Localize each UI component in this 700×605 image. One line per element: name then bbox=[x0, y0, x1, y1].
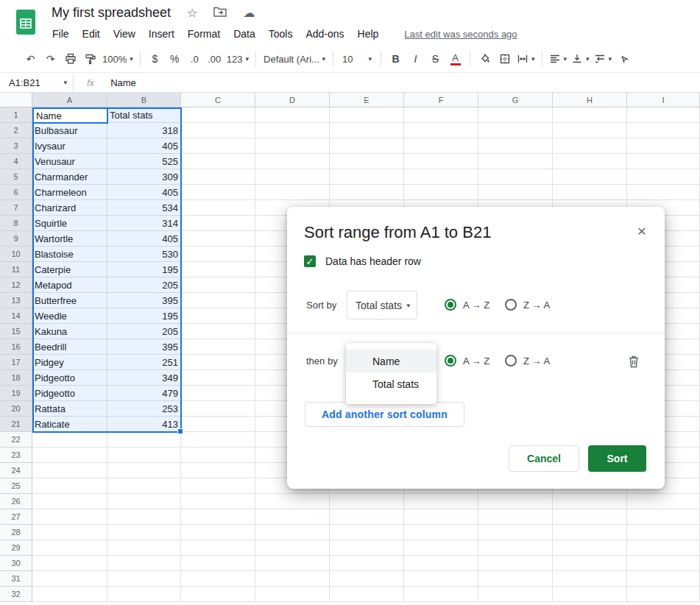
active-cell[interactable]: Name bbox=[32, 107, 108, 124]
cell-B25[interactable] bbox=[107, 478, 181, 494]
cell-I27[interactable] bbox=[627, 509, 700, 525]
cell-G3[interactable] bbox=[478, 138, 553, 154]
cloud-status-icon[interactable]: ☁ bbox=[243, 7, 255, 19]
text-rotation-icon[interactable] bbox=[614, 49, 634, 68]
zoom-select[interactable]: 100% ▾ bbox=[100, 49, 135, 68]
bold-button[interactable]: B bbox=[386, 49, 406, 68]
cell-A14[interactable]: Weedle bbox=[32, 308, 107, 324]
row-header-16[interactable]: 16 bbox=[0, 339, 32, 355]
cell-C32[interactable] bbox=[181, 587, 255, 602]
cell-H5[interactable] bbox=[553, 169, 627, 185]
cell-B11[interactable]: 195 bbox=[107, 262, 181, 277]
cell-C23[interactable] bbox=[181, 447, 255, 463]
cell-C21[interactable] bbox=[181, 417, 255, 432]
cell-D31[interactable] bbox=[255, 571, 330, 587]
cell-B1[interactable]: Total stats bbox=[107, 107, 181, 123]
cell-A19[interactable]: Pidgeotto bbox=[32, 386, 107, 401]
cell-A9[interactable]: Wartortle bbox=[32, 231, 107, 247]
cell-F32[interactable] bbox=[404, 587, 478, 602]
cell-G1[interactable] bbox=[478, 107, 553, 123]
cell-C25[interactable] bbox=[181, 478, 255, 494]
menu-tools[interactable]: Tools bbox=[262, 26, 300, 42]
cell-C26[interactable] bbox=[181, 494, 255, 509]
cell-C13[interactable] bbox=[181, 293, 255, 308]
cell-B7[interactable]: 534 bbox=[107, 200, 181, 216]
cell-B28[interactable] bbox=[107, 525, 181, 540]
cell-B32[interactable] bbox=[107, 587, 181, 602]
cell-I26[interactable] bbox=[627, 494, 700, 509]
cell-A16[interactable]: Beedrill bbox=[32, 339, 107, 355]
italic-button[interactable]: I bbox=[406, 49, 425, 68]
cell-C11[interactable] bbox=[181, 262, 255, 277]
cell-G4[interactable] bbox=[478, 154, 553, 169]
menu-insert[interactable]: Insert bbox=[142, 26, 181, 42]
cell-B21[interactable]: 413 bbox=[107, 417, 181, 432]
cell-B17[interactable]: 251 bbox=[107, 355, 181, 370]
menu-addons[interactable]: Add-ons bbox=[299, 26, 350, 42]
cell-B12[interactable]: 205 bbox=[107, 277, 181, 293]
horizontal-align-select[interactable]: ▾ bbox=[547, 49, 570, 68]
cell-F26[interactable] bbox=[404, 494, 478, 509]
row-header-10[interactable]: 10 bbox=[0, 247, 32, 262]
column-header-h[interactable]: H bbox=[553, 93, 627, 107]
column-header-i[interactable]: I bbox=[627, 93, 700, 107]
cell-A20[interactable]: Rattata bbox=[32, 401, 107, 417]
cell-E5[interactable] bbox=[330, 169, 404, 185]
text-wrap-select[interactable]: ▾ bbox=[592, 49, 615, 68]
cell-C30[interactable] bbox=[181, 556, 255, 571]
cell-C24[interactable] bbox=[181, 463, 255, 478]
cell-A4[interactable]: Venusaur bbox=[32, 154, 107, 169]
cell-B23[interactable] bbox=[107, 447, 181, 463]
cell-B30[interactable] bbox=[107, 556, 181, 571]
cell-D29[interactable] bbox=[255, 540, 330, 556]
cell-G28[interactable] bbox=[478, 525, 553, 540]
name-box[interactable]: A1:B21 ▾ bbox=[0, 73, 74, 92]
menu-view[interactable]: View bbox=[107, 26, 142, 42]
cell-I2[interactable] bbox=[627, 123, 700, 138]
cell-A24[interactable] bbox=[32, 463, 107, 478]
row-header-14[interactable]: 14 bbox=[0, 308, 32, 324]
cell-A11[interactable]: Caterpie bbox=[32, 262, 107, 277]
menu-option-total-stats[interactable]: Total stats bbox=[346, 372, 436, 395]
cell-A12[interactable]: Metapod bbox=[32, 277, 107, 293]
cell-A7[interactable]: Charizard bbox=[32, 200, 107, 216]
row-header-27[interactable]: 27 bbox=[0, 509, 32, 525]
cell-G5[interactable] bbox=[478, 169, 553, 185]
percent-format-button[interactable]: % bbox=[165, 49, 185, 68]
cell-E28[interactable] bbox=[330, 525, 404, 540]
cell-C31[interactable] bbox=[181, 571, 255, 587]
row-header-9[interactable]: 9 bbox=[0, 231, 32, 247]
close-icon[interactable]: × bbox=[632, 222, 651, 241]
cell-I31[interactable] bbox=[627, 571, 700, 587]
cell-B14[interactable]: 195 bbox=[107, 308, 181, 324]
cell-F28[interactable] bbox=[404, 525, 478, 540]
cell-I3[interactable] bbox=[627, 138, 700, 154]
document-title[interactable]: My first spreadsheet bbox=[52, 5, 171, 21]
cell-H27[interactable] bbox=[553, 509, 627, 525]
cell-G2[interactable] bbox=[478, 123, 553, 138]
cell-I30[interactable] bbox=[627, 556, 700, 571]
sort-by-column-select[interactable]: Total stats ▾ bbox=[347, 291, 417, 319]
delete-sort-column-icon[interactable] bbox=[626, 353, 642, 369]
fill-color-icon[interactable] bbox=[475, 49, 495, 68]
menu-file[interactable]: File bbox=[46, 26, 76, 42]
then-by-asc-radio[interactable] bbox=[445, 355, 456, 367]
star-icon[interactable]: ☆ bbox=[187, 7, 197, 19]
column-header-f[interactable]: F bbox=[404, 93, 478, 107]
cell-E1[interactable] bbox=[330, 107, 404, 123]
cell-B24[interactable] bbox=[107, 463, 181, 478]
cell-G31[interactable] bbox=[478, 571, 553, 587]
cell-D6[interactable] bbox=[255, 185, 330, 200]
row-header-11[interactable]: 11 bbox=[0, 262, 32, 277]
row-header-3[interactable]: 3 bbox=[0, 138, 32, 154]
menu-help[interactable]: Help bbox=[351, 26, 386, 42]
cell-B3[interactable]: 405 bbox=[107, 138, 181, 154]
increase-decimal-button[interactable]: .00 bbox=[205, 49, 225, 68]
cell-H4[interactable] bbox=[553, 154, 627, 169]
cell-C22[interactable] bbox=[181, 432, 255, 447]
cell-F6[interactable] bbox=[404, 185, 478, 200]
last-edit-link[interactable]: Last edit was seconds ago bbox=[404, 29, 517, 40]
cell-B2[interactable]: 318 bbox=[107, 123, 181, 138]
cell-G26[interactable] bbox=[478, 494, 553, 509]
cell-A32[interactable] bbox=[32, 587, 107, 602]
